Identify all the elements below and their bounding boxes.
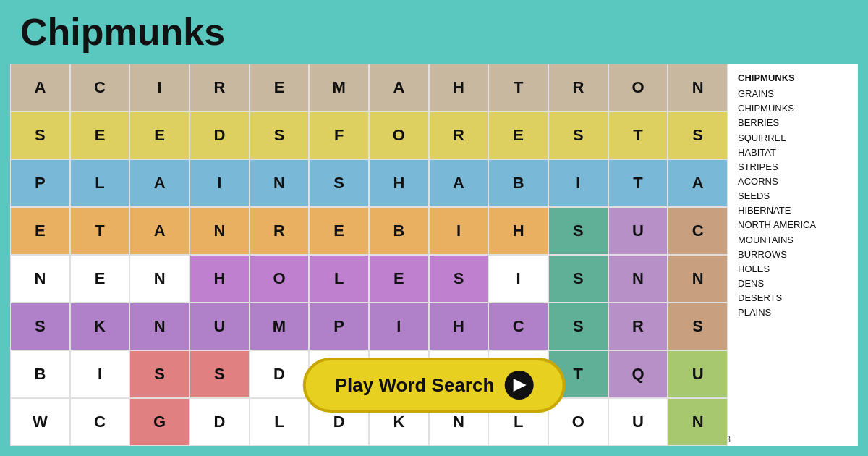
grid-cell: N <box>608 255 668 303</box>
grid-cell: R <box>548 64 608 111</box>
word-list-item: BURROWS <box>738 248 848 262</box>
word-list-item: DESERTS <box>738 291 848 305</box>
grid-cell: S <box>190 350 250 398</box>
grid-cell: S <box>548 207 608 255</box>
word-list-item: HOLES <box>738 262 848 276</box>
grid-cell: E <box>488 111 548 159</box>
grid-cell: U <box>668 350 728 398</box>
grid-cell: Q <box>608 350 668 398</box>
grid-cell: N <box>250 159 310 207</box>
grid-cell: B <box>369 207 429 255</box>
grid-cell: A <box>129 207 190 255</box>
grid-cell: E <box>70 255 130 303</box>
grid-cell: K <box>70 303 130 350</box>
grid-cell: E <box>70 111 130 159</box>
grid-cell: O <box>548 398 608 446</box>
word-list-item: ACORNS <box>738 174 848 189</box>
grid-cell: L <box>70 159 130 207</box>
grid-cell: A <box>129 159 190 207</box>
grid-cell: S <box>668 111 728 159</box>
grid-cell: B <box>488 159 548 207</box>
grid-cell: B <box>10 350 70 398</box>
grid-cell: T <box>608 111 668 159</box>
word-list-item: DENS <box>738 276 848 291</box>
word-list-item: CHIPMUNKS <box>738 101 848 116</box>
grid-cell: I <box>429 207 489 255</box>
grid-cell: O <box>250 255 310 303</box>
page-title: Chipmunks <box>20 10 225 54</box>
word-list-item: NORTH AMERICA <box>738 218 848 232</box>
grid-cell: M <box>250 303 310 350</box>
grid-cell: O <box>369 111 429 159</box>
grid-cell: C <box>668 207 728 255</box>
word-list-items: GRAINSCHIPMUNKSBERRIESSQUIRRELHABITATSTR… <box>738 87 848 320</box>
grid-cell: N <box>10 255 70 303</box>
grid-cell: S <box>548 111 608 159</box>
grid-cell: S <box>10 111 70 159</box>
grid-cell: I <box>488 255 548 303</box>
grid-cell: M <box>309 64 369 111</box>
grid-cell: D <box>190 398 250 446</box>
grid-cell: T <box>488 64 548 111</box>
grid-cell: N <box>129 255 190 303</box>
grid-cell: O <box>608 64 668 111</box>
grid-cell: E <box>129 111 190 159</box>
grid-cell: S <box>548 255 608 303</box>
grid-cell: H <box>429 64 489 111</box>
grid-cell: C <box>488 303 548 350</box>
word-list-item: SEEDS <box>738 189 848 203</box>
grid-cell: E <box>369 255 429 303</box>
grid-cell: H <box>488 207 548 255</box>
grid-cell: N <box>129 303 190 350</box>
grid-cell: A <box>10 64 70 111</box>
grid-cell: W <box>10 398 70 446</box>
grid-cell: D <box>190 111 250 159</box>
grid-cell: S <box>129 350 190 398</box>
grid-cell: R <box>429 111 489 159</box>
grid-cell: E <box>10 207 70 255</box>
word-list-item: HABITAT <box>738 145 848 160</box>
grid-cell: A <box>369 64 429 111</box>
grid-cell: U <box>190 303 250 350</box>
grid-cell: H <box>190 255 250 303</box>
grid-cell: S <box>429 255 489 303</box>
word-list-title: CHIPMUNKS <box>738 71 848 85</box>
grid-cell: I <box>70 350 130 398</box>
grid-cell: R <box>608 303 668 350</box>
grid-cell: N <box>668 64 728 111</box>
grid-cell: I <box>129 64 190 111</box>
play-button-label: Play Word Search <box>335 374 495 397</box>
grid-cell: H <box>369 159 429 207</box>
play-icon <box>504 371 533 400</box>
grid-cell: N <box>668 398 728 446</box>
grid-cell: E <box>309 207 369 255</box>
grid-cell: R <box>250 207 310 255</box>
grid-cell: P <box>10 159 70 207</box>
word-list-item: STRIPES <box>738 160 848 174</box>
word-list: CHIPMUNKS GRAINSCHIPMUNKSBERRIESSQUIRREL… <box>728 64 858 446</box>
grid-cell: I <box>369 303 429 350</box>
grid-cell: G <box>129 398 190 446</box>
grid-cell: N <box>668 255 728 303</box>
grid-cell: D <box>250 350 310 398</box>
grid-cell: L <box>250 398 310 446</box>
grid-cell: S <box>309 159 369 207</box>
word-list-item: PLAINS <box>738 305 848 320</box>
word-list-item: HIBERNATE <box>738 203 848 218</box>
grid-cell: T <box>70 207 130 255</box>
grid-cell: I <box>548 159 608 207</box>
grid-cell: U <box>608 207 668 255</box>
grid-cell: A <box>668 159 728 207</box>
grid-cell: A <box>429 159 489 207</box>
word-list-item: MOUNTAINS <box>738 233 848 248</box>
word-list-item: GRAINS <box>738 87 848 101</box>
grid-cell: T <box>608 159 668 207</box>
grid-cell: N <box>190 207 250 255</box>
play-button[interactable]: Play Word Search <box>303 358 566 413</box>
word-list-item: BERRIES <box>738 116 848 130</box>
grid-cell: H <box>429 303 489 350</box>
word-list-item: SQUIRREL <box>738 131 848 145</box>
grid-cell: C <box>70 64 130 111</box>
grid-cell: F <box>309 111 369 159</box>
grid-cell: P <box>309 303 369 350</box>
